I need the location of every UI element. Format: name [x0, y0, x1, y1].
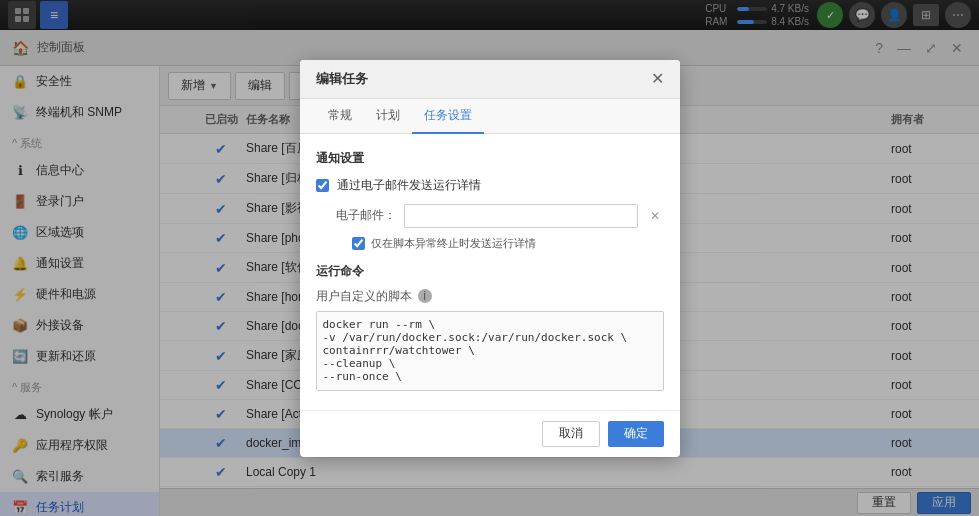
only-error-checkbox[interactable]	[352, 237, 365, 250]
modal-tabs: 常规 计划 任务设置	[300, 99, 680, 134]
email-input-row: 电子邮件： ✕	[316, 204, 664, 228]
tab-schedule[interactable]: 计划	[364, 99, 412, 134]
user-script-text: 用户自定义的脚本	[316, 288, 412, 305]
cancel-button[interactable]: 取消	[542, 421, 600, 447]
run-command-title: 运行命令	[316, 263, 664, 280]
script-info-icon[interactable]: i	[418, 289, 432, 303]
script-textarea[interactable]: docker run --rm \ -v /var/run/docker.soc…	[316, 311, 664, 391]
notification-section-title: 通知设置	[316, 150, 664, 167]
edit-task-modal: 编辑任务 ✕ 常规 计划 任务设置 通知设置 通过电子邮件发送运行详情 电子邮件…	[300, 60, 680, 457]
only-error-label: 仅在脚本异常终止时发送运行详情	[371, 236, 536, 251]
email-checkbox-row: 通过电子邮件发送运行详情	[316, 177, 664, 194]
user-script-label-row: 用户自定义的脚本 i	[316, 288, 664, 305]
modal-header: 编辑任务 ✕	[300, 60, 680, 99]
modal-close-button[interactable]: ✕	[651, 71, 664, 87]
modal-footer: 取消 确定	[300, 410, 680, 457]
tab-general[interactable]: 常规	[316, 99, 364, 134]
tab-task-settings[interactable]: 任务设置	[412, 99, 484, 134]
modal-body: 通知设置 通过电子邮件发送运行详情 电子邮件： ✕ 仅在脚本异常终止时发送运行详…	[300, 134, 680, 410]
only-error-row: 仅在脚本异常终止时发送运行详情	[316, 236, 664, 251]
email-checkbox[interactable]	[316, 179, 329, 192]
email-input[interactable]	[404, 204, 638, 228]
email-checkbox-label: 通过电子邮件发送运行详情	[337, 177, 481, 194]
email-clear-button[interactable]: ✕	[646, 209, 664, 223]
modal-title: 编辑任务	[316, 70, 368, 88]
modal-overlay: 编辑任务 ✕ 常规 计划 任务设置 通知设置 通过电子邮件发送运行详情 电子邮件…	[0, 0, 979, 516]
confirm-button[interactable]: 确定	[608, 421, 664, 447]
email-label: 电子邮件：	[336, 207, 396, 224]
